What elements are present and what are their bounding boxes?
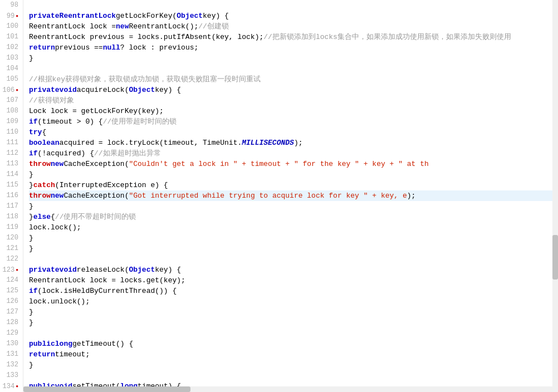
code-area: 9899100101102103104105106107108109110111… xyxy=(0,0,558,392)
token-bool-kw: boolean xyxy=(29,138,60,148)
token-type: Object xyxy=(177,11,203,21)
line-number: 105 xyxy=(2,74,18,85)
token-return-kw: return xyxy=(29,42,55,53)
line-number: 117 xyxy=(2,201,18,212)
token-throw-kw: throw xyxy=(29,190,51,201)
token-private-kw: private xyxy=(29,85,60,95)
line-number: 118 xyxy=(2,212,18,222)
line-number: 109 xyxy=(2,116,18,127)
token-plain: } xyxy=(29,180,33,190)
token-str-red: "Got interrupted while trying to acquire… xyxy=(129,190,407,201)
code-line: if (timeout > 0) {//使用带超时时间的锁 xyxy=(29,116,558,127)
line-number: 103 xyxy=(2,53,18,63)
line-number: 133 xyxy=(2,370,18,381)
token-comment: //使用带超时时间的锁 xyxy=(103,116,177,127)
token-plain: } xyxy=(29,201,33,212)
code-line: ReentrantLock lock = locks.get(key); xyxy=(29,275,558,286)
line-number: 132 xyxy=(2,360,18,370)
code-line: } xyxy=(29,307,558,317)
token-plain: Lock lock = getLockForKey(key); xyxy=(29,106,164,116)
line-number: 102 xyxy=(2,42,18,53)
code-line: private ReentrantLock getLockForKey(Obje… xyxy=(29,11,558,21)
code-line: } xyxy=(29,243,558,254)
token-new-kw: new xyxy=(116,21,129,32)
token-comment: //创建锁 xyxy=(198,21,229,32)
code-line: } xyxy=(29,53,558,63)
code-line: boolean acquired = lock.tryLock(timeout,… xyxy=(29,138,558,148)
code-line: lock.unlock(); xyxy=(29,296,558,307)
code-line xyxy=(29,370,558,381)
token-plain: ); xyxy=(407,190,416,201)
code-line: } xyxy=(29,201,558,212)
line-number: 98 xyxy=(2,0,18,11)
token-plain: getTimeout() { xyxy=(72,339,133,349)
token-public-kw: public xyxy=(29,339,55,349)
code-line: //获得锁对象 xyxy=(29,95,558,106)
code-line: } xyxy=(29,317,558,328)
line-number: 114 xyxy=(2,169,18,180)
scrollbar-thumb-v[interactable] xyxy=(552,235,558,280)
token-plain: ReentrantLock(); xyxy=(129,21,198,32)
token-plain: } xyxy=(29,53,33,63)
code-line: lock.lock(); xyxy=(29,222,558,233)
token-plain: getLockForKey( xyxy=(116,11,177,21)
token-plain: (InterruptedException e) { xyxy=(55,180,168,190)
token-plain: timeout; xyxy=(55,349,90,360)
token-comment: //获得锁对象 xyxy=(29,95,74,106)
token-plain: key) { xyxy=(155,264,181,275)
code-line: ReentrantLock previous = locks.putIfAbse… xyxy=(29,32,558,42)
line-number: 106 xyxy=(2,85,18,95)
token-plain: CacheException( xyxy=(63,159,129,169)
code-line: throw new CacheException("Couldn't get a… xyxy=(29,159,558,169)
token-kw: if xyxy=(29,286,38,296)
line-number: 134 xyxy=(2,381,18,391)
token-comment: //把新锁添加到locks集合中，如果添加成功使用新锁，如果添加失败则使用 xyxy=(263,32,511,42)
token-private-kw: private xyxy=(29,11,60,21)
token-throw-kw: throw xyxy=(29,159,51,169)
token-plain: } xyxy=(29,212,33,222)
horizontal-scrollbar[interactable] xyxy=(23,386,552,392)
code-line: //根据key获得锁对象，获取锁成功加锁，获取锁失败阻塞一段时间重试 xyxy=(29,74,558,85)
token-plain: ReentrantLock lock = locks.get(key); xyxy=(29,275,185,286)
line-number: 119 xyxy=(2,222,18,233)
code-content[interactable]: private ReentrantLock getLockForKey(Obje… xyxy=(23,0,558,392)
code-line: public long getTimeout() { xyxy=(29,339,558,349)
token-kw: null xyxy=(103,42,120,53)
token-plain: { xyxy=(51,212,55,222)
line-number: 131 xyxy=(2,349,18,360)
line-number: 121 xyxy=(2,243,18,254)
token-plain: lock.unlock(); xyxy=(29,296,90,307)
line-number: 111 xyxy=(2,138,18,148)
code-line: return previous == null ? lock : previou… xyxy=(29,42,558,53)
vertical-scrollbar[interactable] xyxy=(552,0,558,392)
code-line: } xyxy=(29,233,558,243)
token-plain: ReentrantLock previous = locks.putIfAbse… xyxy=(29,32,263,42)
token-type: Object xyxy=(129,264,155,275)
line-number: 127 xyxy=(2,307,18,317)
editor-container: 9899100101102103104105106107108109110111… xyxy=(0,0,558,392)
scrollbar-thumb-h[interactable] xyxy=(23,386,190,392)
token-plain: } xyxy=(29,169,33,180)
token-plain: ); xyxy=(294,138,303,148)
code-line: if (!acquired) {//如果超时抛出异常 xyxy=(29,148,558,159)
token-new-kw: new xyxy=(51,159,63,169)
token-new-kw: new xyxy=(51,190,63,201)
line-number: 115 xyxy=(2,180,18,190)
line-number: 120 xyxy=(2,233,18,243)
token-kw: else xyxy=(33,212,51,222)
token-plain: } xyxy=(29,243,33,254)
token-plain: (!acquired) { xyxy=(38,148,94,159)
token-comment: //根据key获得锁对象，获取锁成功加锁，获取锁失败阻塞一段时间重试 xyxy=(29,74,261,85)
token-str-red: "Couldn't get a lock in " + timeout + " … xyxy=(129,159,428,169)
line-number: 101 xyxy=(2,32,18,42)
token-plain: ReentrantLock lock = xyxy=(29,21,116,32)
code-line: try { xyxy=(29,127,558,138)
code-line: } else {//使用不带超时时间的锁 xyxy=(29,212,558,222)
token-plain: previous == xyxy=(55,42,103,53)
token-plain: } xyxy=(29,307,33,317)
code-line xyxy=(29,254,558,264)
code-line: throw new CacheException("Got interrupte… xyxy=(29,190,558,201)
line-number: 125 xyxy=(2,286,18,296)
token-italic-bold: MILLISECONDS xyxy=(242,138,294,148)
token-plain: (timeout > 0) { xyxy=(38,116,103,127)
